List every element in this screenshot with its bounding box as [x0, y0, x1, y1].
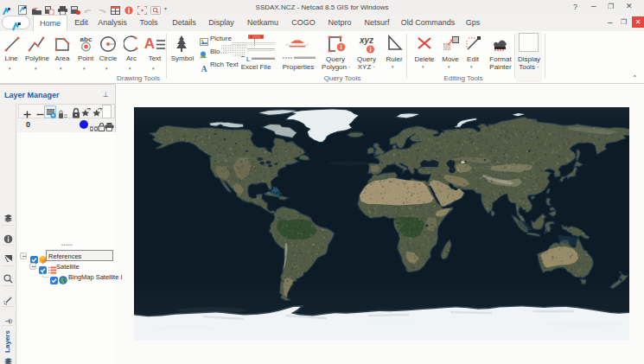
svg-text:abc: abc	[80, 35, 92, 43]
svg-text:xyz: xyz	[359, 35, 373, 45]
svg-text:A: A	[201, 64, 207, 72]
svg-text:A: A	[144, 35, 155, 52]
